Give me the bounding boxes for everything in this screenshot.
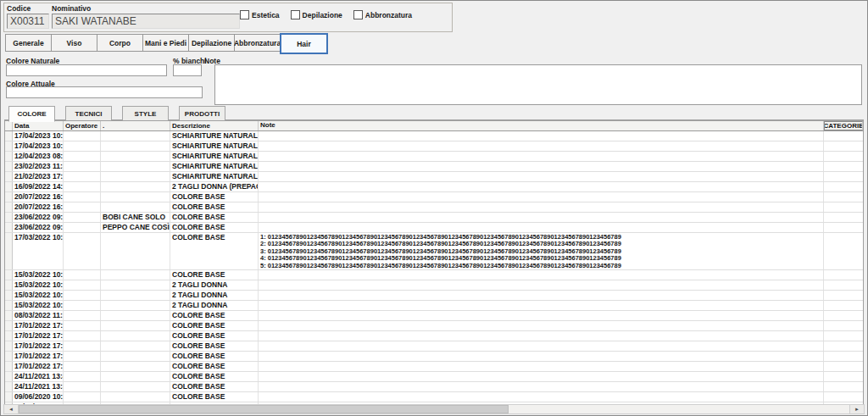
main-tabbar: GeneraleVisoCorpoMani e PiediDepilazione… <box>5 34 328 52</box>
cell-note <box>259 362 824 371</box>
tab-hair[interactable]: Hair <box>280 33 328 54</box>
checkbox-depilazione[interactable]: Depilazione <box>291 10 342 19</box>
row-indicator <box>5 182 13 191</box>
cell-descrizione: 2 TAGLI DONNA <box>170 301 259 310</box>
checkbox-estetica[interactable]: Estetica <box>240 10 280 19</box>
column-header-operatore[interactable]: Operatore <box>64 121 101 130</box>
scroll-right-icon[interactable]: ► <box>849 405 864 413</box>
checkbox-label-depilazione: Depilazione <box>303 11 342 19</box>
checkbox-box-abbronzatura[interactable] <box>353 10 363 19</box>
note-textarea[interactable] <box>214 64 862 105</box>
table-row[interactable]: 15/03/2022 10:55COLORE BASE <box>5 270 863 280</box>
codice-field[interactable]: X00311 <box>7 14 49 29</box>
table-row[interactable]: 17/01/2022 17:31COLORE BASE <box>5 352 863 362</box>
client-record-window: Codice X00311 Nominativo SAKI WATANABE E… <box>0 0 868 416</box>
cell-extra <box>101 321 170 330</box>
cell-data: 08/03/2022 11:13 <box>13 311 64 320</box>
row-indicator-header <box>5 121 13 130</box>
percent-bianchi-input[interactable] <box>173 64 202 76</box>
table-row[interactable]: 17/01/2022 17:34COLORE BASE <box>5 331 863 341</box>
checkbox-abbronzatura[interactable]: Abbronzatura <box>353 10 412 19</box>
table-row[interactable]: 15/03/2022 10:472 TAGLI DONNA <box>5 291 863 301</box>
table-row[interactable]: 12/04/2023 08:55SCHIARITURE NATURALI <box>5 152 863 162</box>
table-row[interactable]: 21/02/2023 17:38SCHIARITURE NATURALI <box>5 172 863 182</box>
cell-descrizione: 2 TAGLI DONNA <box>170 291 259 300</box>
cell-note: 1: 0123456789012345678901234567890123456… <box>259 233 824 269</box>
table-row[interactable]: 17/03/2022 10:44COLORE BASE1: 0123456789… <box>5 233 863 270</box>
table-row[interactable]: 24/11/2021 13:35COLORE BASE <box>5 382 863 392</box>
table-row[interactable]: 09/06/2020 10:41COLORE BASE <box>5 392 863 402</box>
cell-categorie <box>824 223 863 232</box>
cell-descrizione: COLORE BASE <box>170 392 259 402</box>
cell-operatore <box>64 352 101 361</box>
row-indicator <box>5 372 13 381</box>
column-header-data[interactable]: Data <box>13 121 64 130</box>
checkbox-box-depilazione[interactable] <box>291 10 300 19</box>
cell-descrizione: COLORE BASE <box>170 223 259 232</box>
table-row[interactable]: 17/01/2022 17:33COLORE BASE <box>5 341 863 352</box>
table-row[interactable]: 15/03/2022 10:382 TAGLI DONNA <box>5 301 863 311</box>
cell-data: 24/11/2021 13:35 <box>13 382 64 391</box>
tab-mani-e-piedi[interactable]: Mani e Piedi <box>142 34 189 52</box>
cell-categorie <box>824 392 863 402</box>
cell-operatore <box>64 172 101 181</box>
table-row[interactable]: 23/06/2022 09:22BOBI CANE SOLOCOLORE BAS… <box>5 213 863 223</box>
table-row[interactable]: 23/02/2023 11:31SCHIARITURE NATURALI <box>5 162 863 172</box>
cell-extra: BOBI CANE SOLO <box>101 213 170 222</box>
cell-note <box>259 152 824 161</box>
cell-categorie <box>824 213 863 222</box>
tab-generale[interactable]: Generale <box>5 34 52 52</box>
subtab-colore[interactable]: COLORE <box>8 106 55 122</box>
checkbox-label-abbronzatura: Abbronzatura <box>365 11 412 19</box>
checkbox-box-estetica[interactable] <box>240 10 249 19</box>
table-row[interactable]: 23/06/2022 09:18PEPPO CANE COSÌ COSÌCOLO… <box>5 223 863 233</box>
cell-data: 17/01/2022 17:33 <box>13 341 64 351</box>
subtab-tecnici[interactable]: TECNICI <box>65 106 112 121</box>
cell-note <box>259 280 824 290</box>
cell-extra <box>101 341 170 351</box>
cell-categorie <box>824 202 863 212</box>
subtab-style[interactable]: STYLE <box>122 106 169 121</box>
table-row[interactable]: 08/03/2022 11:13COLORE BASE <box>5 311 863 321</box>
scroll-left-icon[interactable]: ◄ <box>4 405 19 413</box>
cell-note <box>259 213 824 222</box>
cell-descrizione: COLORE BASE <box>170 382 259 391</box>
tab-depilazione[interactable]: Depilazione <box>188 34 235 52</box>
cell-data: 21/02/2023 17:38 <box>13 172 64 181</box>
cell-data: 17/03/2022 10:44 <box>13 233 64 269</box>
column-header-dot[interactable]: . <box>101 121 170 130</box>
colore-naturale-input[interactable] <box>6 64 167 76</box>
table-row[interactable]: 17/01/2022 17:36COLORE BASE <box>5 321 863 331</box>
scrollbar-track[interactable] <box>509 405 849 413</box>
cell-data: 20/07/2022 16:15 <box>13 192 64 202</box>
table-row[interactable]: 20/07/2022 16:14COLORE BASE <box>5 202 863 213</box>
tab-corpo[interactable]: Corpo <box>97 34 143 52</box>
categorie-header-button[interactable]: CATEGORIE <box>824 121 863 130</box>
table-row[interactable]: 17/04/2023 10:05SCHIARITURE NATURALI <box>5 141 863 152</box>
nominativo-field[interactable]: SAKI WATANABE <box>52 14 240 29</box>
column-header-descrizione[interactable]: Descrizione <box>170 121 259 130</box>
row-indicator <box>5 291 13 300</box>
scrollbar-thumb[interactable] <box>19 405 509 413</box>
colore-attuale-input[interactable] <box>6 86 203 98</box>
cell-descrizione: SCHIARITURE NATURALI <box>170 162 259 171</box>
table-row[interactable]: 24/11/2021 13:40COLORE BASE <box>5 372 863 382</box>
horizontal-scrollbar[interactable]: ◄ ► <box>3 404 865 414</box>
subtab-prodotti[interactable]: PRODOTTI <box>179 106 225 121</box>
table-row[interactable]: 15/03/2022 10:532 TAGLI DONNA <box>5 280 863 291</box>
cell-data: 15/03/2022 10:55 <box>13 270 64 280</box>
cell-data: 17/01/2022 17:30 <box>13 362 64 371</box>
table-row[interactable]: 17/01/2022 17:30COLORE BASE <box>5 362 863 372</box>
table-row[interactable]: 17/04/2023 10:21SCHIARITURE NATURALI <box>5 131 863 141</box>
cell-extra <box>101 152 170 161</box>
tab-viso[interactable]: Viso <box>51 34 97 52</box>
cell-descrizione: COLORE BASE <box>170 331 259 341</box>
tab-abbronzatura[interactable]: Abbronzatura <box>234 34 281 52</box>
cell-descrizione: SCHIARITURE NATURALI <box>170 152 259 161</box>
cell-categorie <box>824 280 863 290</box>
cell-data: 16/09/2022 14:13 <box>13 182 64 191</box>
cell-descrizione: COLORE BASE <box>170 362 259 371</box>
table-row[interactable]: 16/09/2022 14:132 TAGLI DONNA (PREPAGATO… <box>5 182 863 192</box>
column-header-note[interactable]: Note <box>259 121 824 130</box>
table-row[interactable]: 20/07/2022 16:15COLORE BASE <box>5 192 863 202</box>
